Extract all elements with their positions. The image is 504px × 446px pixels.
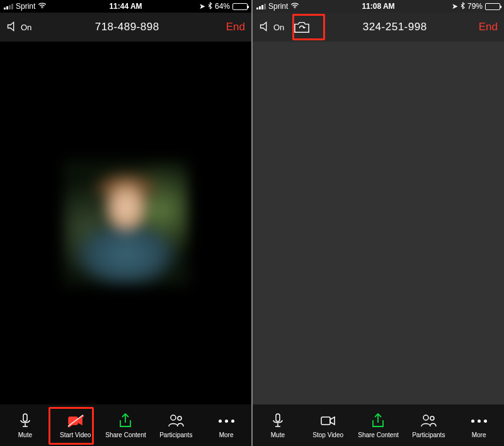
mute-button-label: Mute <box>18 432 32 438</box>
battery-icon <box>232 3 248 10</box>
speaker-toggle[interactable]: On <box>6 21 32 34</box>
meeting-id: 324-251-998 <box>319 21 470 33</box>
video-camera-off-icon <box>66 412 85 430</box>
share-content-button[interactable]: Share Content <box>101 404 151 446</box>
mute-button[interactable]: Mute <box>0 404 50 446</box>
share-content-label: Share Content <box>105 432 146 438</box>
end-call-button[interactable]: End <box>222 21 245 33</box>
stop-video-button[interactable]: Stop Video <box>303 404 353 446</box>
call-top-bar: On 718-489-898 End <box>0 13 251 42</box>
end-call-button[interactable]: End <box>475 21 498 33</box>
svg-point-11 <box>430 416 434 420</box>
svg-rect-9 <box>321 417 330 425</box>
share-icon <box>116 412 135 430</box>
meeting-toolbar: Mute Stop Video Share Content Participan… <box>253 404 504 446</box>
flip-camera-icon <box>292 20 311 35</box>
speaker-icon <box>259 21 272 34</box>
microphone-icon <box>268 412 287 430</box>
participants-button[interactable]: Participants <box>151 404 201 446</box>
stop-video-label: Stop Video <box>312 432 343 438</box>
more-button[interactable]: More <box>454 404 504 446</box>
speaker-toggle[interactable]: On <box>259 21 284 34</box>
speaker-label: On <box>21 23 32 32</box>
battery-icon <box>485 3 500 10</box>
call-top-bar: On 324-251-998 End <box>253 13 504 42</box>
participants-label: Participants <box>159 432 192 438</box>
svg-rect-1 <box>23 414 27 421</box>
more-dots-icon <box>219 412 234 430</box>
status-bar: Sprint 11:08 AM ➤ 79% <box>253 0 504 13</box>
mute-button[interactable]: Mute <box>253 404 303 446</box>
meeting-toolbar: Mute Start Video Share Content Participa… <box>0 404 251 446</box>
status-time: 11:44 AM <box>0 2 251 11</box>
share-content-button[interactable]: Share Content <box>353 404 404 446</box>
flip-camera-button[interactable] <box>289 18 314 37</box>
speaker-icon <box>6 21 19 34</box>
start-video-button[interactable]: Start Video <box>50 404 101 446</box>
video-camera-icon <box>319 412 338 430</box>
share-icon <box>369 412 387 430</box>
svg-point-5 <box>171 415 176 420</box>
more-label: More <box>219 432 234 438</box>
svg-rect-8 <box>276 414 280 421</box>
video-main-area <box>0 42 251 404</box>
svg-point-10 <box>423 415 428 420</box>
participants-icon <box>419 412 438 430</box>
status-bar: Sprint 11:44 AM ➤ 64% <box>0 0 251 13</box>
more-label: More <box>472 432 486 438</box>
participants-icon <box>166 412 185 430</box>
microphone-icon <box>16 412 35 430</box>
participant-avatar <box>63 160 189 286</box>
status-time: 11:08 AM <box>253 2 504 11</box>
participants-button[interactable]: Participants <box>403 404 454 446</box>
share-content-label: Share Content <box>358 432 399 438</box>
more-button[interactable]: More <box>201 404 251 446</box>
speaker-label: On <box>273 23 284 32</box>
participants-label: Participants <box>412 432 445 438</box>
svg-point-6 <box>178 416 181 420</box>
start-video-label: Start Video <box>60 432 91 438</box>
mute-button-label: Mute <box>271 432 285 438</box>
more-dots-icon <box>471 412 487 430</box>
meeting-id: 718-489-898 <box>37 21 217 33</box>
